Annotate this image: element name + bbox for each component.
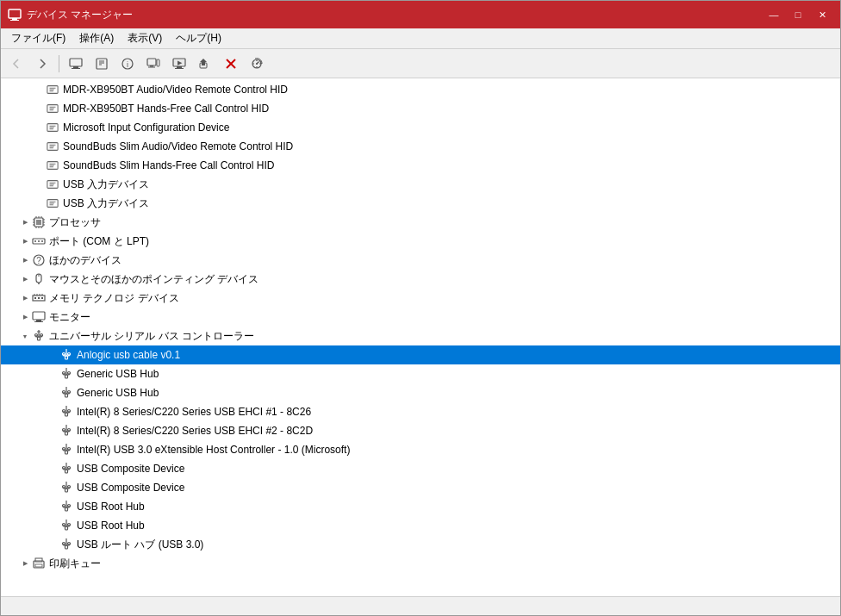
tree-item-text-10: ほかのデバイス [49, 253, 121, 268]
expand-icon-11[interactable] [18, 272, 32, 286]
title-bar-icon [8, 8, 22, 22]
maximize-button[interactable]: □ [787, 6, 809, 23]
info-button[interactable]: i [115, 53, 140, 75]
svg-rect-13 [150, 65, 153, 67]
expand-icon-19 [46, 424, 59, 438]
device-icon-2 [46, 102, 59, 115]
tree-item-17[interactable]: Generic USB Hub [1, 383, 840, 402]
tree-item-16[interactable]: Generic USB Hub [1, 364, 840, 383]
device-icon-19 [59, 424, 73, 438]
tree-item-9[interactable]: ポート (COM と LPT) [1, 232, 840, 251]
svg-rect-95 [65, 375, 68, 378]
device-icon-24 [59, 519, 73, 532]
tree-item-19[interactable]: Intel(R) 8 Series/C220 Series USB EHCI #… [1, 421, 840, 440]
device-icon-25 [59, 538, 73, 551]
svg-point-69 [38, 240, 40, 242]
expand-icon-4 [32, 140, 46, 153]
tree-item-3[interactable]: Microsoft Input Configuration Device [1, 118, 840, 137]
minimize-button[interactable]: — [763, 6, 785, 23]
expand-icon-26[interactable] [18, 557, 32, 570]
svg-text:i: i [127, 60, 128, 69]
expand-icon-22 [46, 481, 59, 495]
tree-item-11[interactable]: マウスとそのほかのポインティング デバイス [1, 270, 840, 289]
svg-rect-15 [157, 59, 159, 66]
svg-rect-125 [35, 564, 42, 567]
device-icon-12 [32, 291, 46, 305]
tree-item-12[interactable]: メモリ テクノロジ デバイス [1, 289, 840, 308]
tree-item-13[interactable]: モニター [1, 308, 840, 327]
expand-icon-23 [46, 500, 59, 513]
tree-item-22[interactable]: USB Composite Device [1, 478, 840, 497]
update-driver-button[interactable] [193, 53, 217, 75]
expand-icon-3 [32, 121, 46, 134]
tree-item-text-17: Generic USB Hub [77, 387, 159, 399]
tree-item-2[interactable]: MDR-XB950BT Hands-Free Call Control HID [1, 99, 840, 118]
tree-item-6[interactable]: USB 入力デバイス [1, 175, 840, 194]
svg-rect-6 [97, 59, 107, 69]
expand-icon-14[interactable] [18, 329, 32, 343]
tree-item-5[interactable]: SoundBuds Slim Hands-Free Call Control H… [1, 156, 840, 175]
expand-icon-12[interactable] [18, 291, 32, 305]
tree-item-21[interactable]: USB Composite Device [1, 459, 840, 478]
tree-item-23[interactable]: USB Root Hub [1, 497, 840, 516]
scan-hardware-button[interactable] [245, 53, 269, 75]
tree-item-18[interactable]: Intel(R) 8 Series/C220 Series USB EHCI #… [1, 402, 840, 421]
expand-icon-16 [46, 367, 59, 381]
device-icon-5 [46, 159, 59, 172]
tree-item-text-3: Microsoft Input Configuration Device [63, 121, 229, 134]
svg-rect-79 [41, 297, 43, 299]
close-button[interactable]: ✕ [811, 6, 833, 23]
expand-icon-17 [46, 386, 59, 400]
expand-icon-25 [46, 538, 59, 551]
back-button[interactable] [4, 53, 28, 75]
tree-item-text-12: メモリ テクノロジ デバイス [49, 291, 179, 306]
menu-file[interactable]: ファイル(F) [4, 29, 72, 47]
svg-rect-84 [33, 312, 45, 320]
svg-rect-86 [34, 321, 43, 322]
tree-item-4[interactable]: SoundBuds Slim Audio/Video Remote Contro… [1, 137, 840, 156]
tree-item-25[interactable]: USB ルート ハブ (USB 3.0) [1, 535, 840, 554]
tree-item-text-20: Intel(R) USB 3.0 eXtensible Host Control… [77, 444, 350, 456]
scan-button[interactable] [141, 53, 165, 75]
tree-item-text-14: ユニバーサル シリアル バス コントローラー [49, 329, 254, 344]
tree-item-26[interactable]: 印刷キュー [1, 554, 840, 573]
tree-item-text-4: SoundBuds Slim Audio/Video Remote Contro… [63, 140, 293, 152]
properties-button[interactable] [90, 53, 114, 75]
tree-item-10[interactable]: ? ほかのデバイス [1, 251, 840, 270]
menu-help[interactable]: ヘルプ(H) [169, 29, 228, 47]
expand-icon-13[interactable] [18, 310, 32, 324]
menu-action[interactable]: 操作(A) [72, 29, 121, 47]
tree-item-text-25: USB ルート ハブ (USB 3.0) [77, 538, 203, 552]
svg-rect-110 [65, 470, 68, 473]
menu-view[interactable]: 表示(V) [121, 29, 169, 47]
uninstall-button[interactable] [219, 53, 243, 75]
tree-item-8[interactable]: プロセッサ [1, 213, 840, 232]
tree-item-15[interactable]: Anlogic usb cable v0.1 [1, 345, 840, 364]
device-icon-1 [46, 83, 59, 96]
expand-icon-9[interactable] [18, 234, 32, 248]
svg-point-68 [34, 240, 36, 242]
computer-button[interactable] [64, 53, 88, 75]
device-tree[interactable]: MDR-XB950BT Audio/Video Remote Control H… [1, 78, 840, 596]
display-button[interactable]: ▶ [167, 53, 191, 75]
expand-icon-8[interactable] [18, 215, 32, 229]
device-icon-3 [46, 121, 59, 134]
tree-item-text-26: 印刷キュー [49, 557, 101, 571]
tree-item-24[interactable]: USB Root Hub [1, 516, 840, 535]
svg-text:?: ? [36, 256, 41, 265]
svg-rect-98 [65, 394, 68, 397]
tree-item-text-16: Generic USB Hub [77, 368, 159, 380]
tree-item-text-15: Anlogic usb cable v0.1 [77, 349, 180, 361]
device-icon-6 [46, 177, 59, 191]
tree-item-14[interactable]: ユニバーサル シリアル バス コントローラー [1, 327, 840, 345]
toolbar: i ▶ [1, 49, 840, 78]
tree-item-20[interactable]: Intel(R) USB 3.0 eXtensible Host Control… [1, 440, 840, 459]
tree-item-text-8: プロセッサ [49, 215, 101, 230]
expand-icon-10[interactable] [18, 253, 32, 267]
tree-item-1[interactable]: MDR-XB950BT Audio/Video Remote Control H… [1, 80, 840, 99]
expand-icon-24 [46, 519, 59, 532]
device-icon-26 [32, 557, 46, 570]
forward-button[interactable] [30, 53, 54, 75]
tree-item-7[interactable]: USB 入力デバイス [1, 194, 840, 213]
title-bar: デバイス マネージャー — □ ✕ [1, 1, 840, 28]
